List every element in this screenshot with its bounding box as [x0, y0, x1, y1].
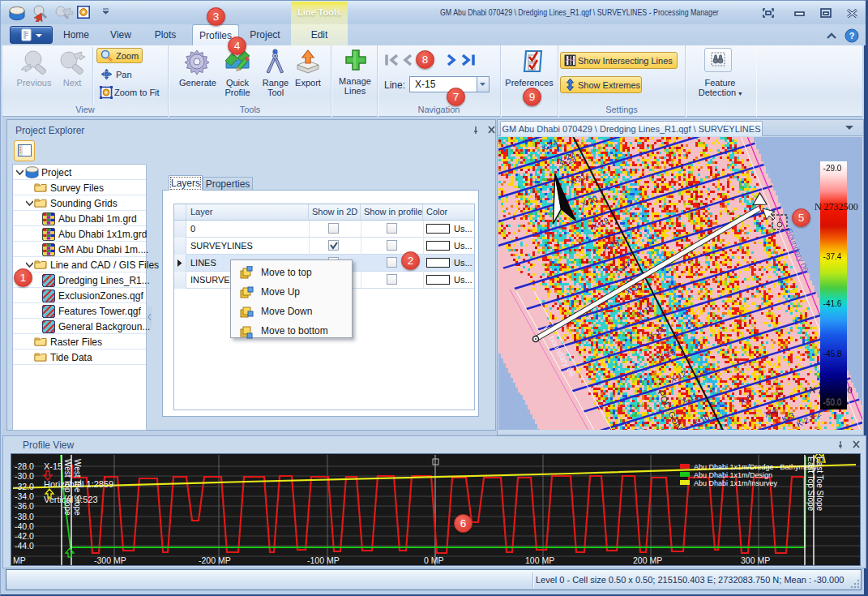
- svg-text:X-14: X-14: [647, 325, 666, 341]
- svg-text:0 MP: 0 MP: [424, 555, 444, 565]
- svg-text:K-3: K-3: [780, 410, 796, 424]
- svg-text:X-12: X-12: [669, 369, 688, 384]
- svg-text:Abu Dhabi 1x1m/Insurvey: Abu Dhabi 1x1m/Insurvey: [694, 479, 778, 487]
- svg-text:West Top Slope: West Top Slope: [63, 459, 72, 516]
- svg-text:200 MP: 200 MP: [633, 555, 662, 565]
- svg-text:X-15: X-15: [635, 303, 655, 319]
- svg-text:-34.0: -34.0: [15, 491, 34, 501]
- svg-text:-200 MP: -200 MP: [199, 555, 231, 565]
- svg-text:Boundary 06: Boundary 06: [785, 228, 810, 274]
- svg-text:-32.0: -32.0: [15, 482, 34, 491]
- svg-text:-40.0: -40.0: [15, 521, 34, 531]
- svg-text:-30.0: -30.0: [15, 471, 34, 481]
- svg-text:X-5: X-5: [738, 392, 754, 406]
- svg-text:X-15: X-15: [44, 461, 62, 471]
- svg-text:X-11: X-11: [680, 391, 699, 406]
- svg-text:X-13: X-13: [657, 347, 677, 362]
- svg-text:X-24: X-24: [540, 138, 559, 153]
- svg-text:X-21: X-21: [568, 172, 588, 187]
- svg-text:-36.0: -36.0: [15, 501, 34, 511]
- svg-text:Abu Dhabi 1x1m/Dredge - Bathym: Abu Dhabi 1x1m/Dredge - Bathymetry: [694, 463, 818, 471]
- svg-text:MP: MP: [13, 555, 26, 565]
- svg-text:X-4: X-4: [763, 405, 778, 419]
- svg-text:-42.0: -42.0: [15, 531, 34, 541]
- svg-text:X-18: X-18: [601, 238, 621, 253]
- svg-text:-38.0: -38.0: [15, 512, 34, 521]
- svg-text:Abu Dhabi 1x1m/Design: Abu Dhabi 1x1m/Design: [694, 471, 772, 479]
- svg-text:West Toe Slope: West Toe Slope: [73, 459, 82, 516]
- svg-text:-100 MP: -100 MP: [307, 555, 340, 565]
- svg-text:X-17: X-17: [613, 259, 632, 275]
- svg-text:300 MP: 300 MP: [741, 555, 770, 565]
- svg-text:POLYGON: POLYGON: [656, 388, 684, 430]
- svg-text:X-20: X-20: [579, 194, 599, 209]
- svg-text:X-10: X-10: [691, 413, 711, 428]
- svg-text:-44.0: -44.0: [15, 541, 34, 551]
- svg-text:100 MP: 100 MP: [525, 555, 554, 565]
- svg-text:X-19: X-19: [591, 216, 610, 231]
- svg-text:X-2: X-2: [807, 409, 823, 422]
- svg-text:-28.0: -28.0: [15, 461, 34, 471]
- svg-text:-300 MP: -300 MP: [94, 555, 126, 565]
- svg-text:?: ?: [849, 31, 855, 41]
